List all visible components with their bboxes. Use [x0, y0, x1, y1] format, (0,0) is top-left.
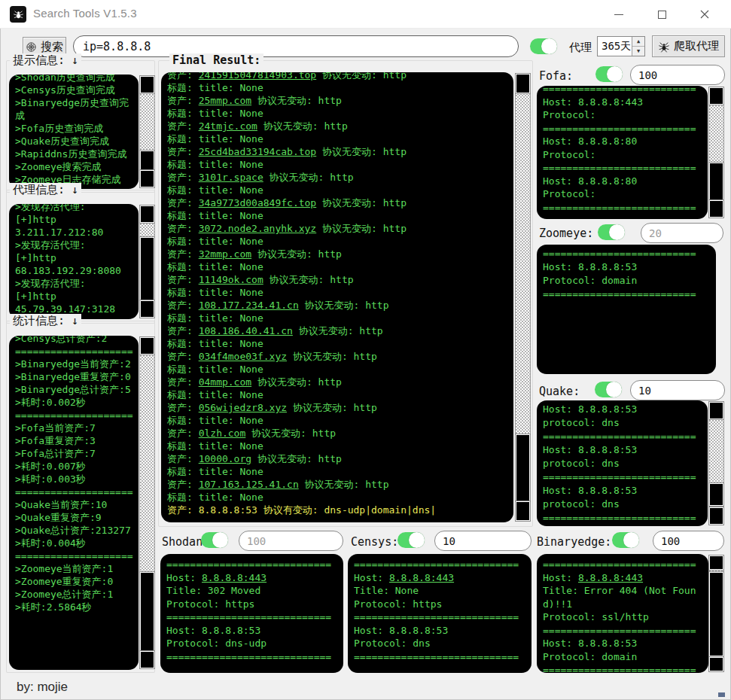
shodan-toggle[interactable] [201, 532, 228, 548]
terminal-line: Protocol: https [166, 598, 342, 611]
scroll-down-icon[interactable] [709, 507, 723, 525]
proxy-toggle[interactable] [530, 38, 557, 54]
scroll-down-icon[interactable] [516, 501, 530, 521]
scroll-thumb[interactable] [140, 572, 154, 653]
asset-link[interactable]: 034f4moe03f.xyz [199, 351, 287, 362]
terminal-text: 标题: title: None [167, 210, 263, 221]
fofa-count-input[interactable] [630, 65, 725, 85]
final-result-scrollbar[interactable] [515, 73, 531, 522]
asset-link[interactable]: 32mmp.com [199, 248, 251, 260]
asset-link[interactable]: 25cd4bad33194cab.top [199, 146, 317, 157]
censys-terminal[interactable]: ============================Host: 8.8.8.… [348, 554, 531, 673]
scroll-thumb[interactable] [516, 434, 530, 501]
censys-toggle[interactable] [397, 532, 425, 548]
stats-terminal[interactable]: >Censys总计资产:2====================>Binary… [9, 336, 139, 670]
binaryedge-count-input[interactable] [653, 531, 724, 551]
asset-link[interactable]: 8.8.8.8:443 [578, 572, 643, 583]
scroll-thumb[interactable] [709, 483, 723, 506]
fofa-toggle[interactable] [595, 66, 623, 82]
terminal-line: Host: 8.8.8.8:443 [354, 571, 530, 585]
scroll-down-icon[interactable] [140, 651, 154, 668]
terminal-line: Title: None [354, 584, 530, 598]
scroll-up-icon[interactable] [140, 76, 154, 93]
close-button[interactable] [686, 0, 723, 29]
scroll-up-icon[interactable] [709, 555, 723, 570]
asset-link[interactable]: 0lzh.com [199, 428, 246, 439]
asset-link[interactable]: 3101r.space [199, 172, 263, 183]
asset-link[interactable]: 2415915047814903.top [199, 72, 317, 81]
final-result-terminal[interactable]: 资产: 2415915047814903.top 协议无变动: http标题: … [161, 72, 513, 522]
asset-link[interactable]: 25mmp.com [199, 95, 251, 106]
scroll-up-icon[interactable] [140, 337, 154, 355]
minimize-icon [614, 14, 623, 15]
quake-count-input[interactable] [630, 380, 725, 400]
proxy-scrollbar[interactable] [139, 205, 155, 318]
asset-link[interactable]: 107.163.125.41.cn [199, 479, 299, 490]
proxy-days-spinner[interactable]: 365天 ▲ ▼ [597, 36, 645, 56]
asset-link[interactable]: 8.8.8.8:443 [202, 572, 267, 583]
terminal-line: Host: 8.8.8.8:53 [543, 260, 714, 274]
asset-link[interactable]: 10000.org [199, 453, 251, 464]
terminal-text: >Binaryedge历史查询完成 [15, 97, 129, 121]
asset-link[interactable]: 04mmp.com [199, 376, 251, 388]
terminal-line: ==================== [15, 485, 137, 498]
scroll-up-icon[interactable] [140, 205, 154, 223]
terminal-line: ========================== [543, 122, 706, 135]
proxy-terminal[interactable]: >发现存活代理:[+]http3.211.17.212:80>发现存活代理:[+… [9, 204, 139, 319]
asset-link[interactable]: 056wijedzr8.xyz [199, 402, 287, 413]
spinner-up-icon[interactable]: ▲ [632, 37, 644, 47]
quake-scrollbar[interactable] [708, 401, 724, 525]
terminal-text: Host: 8.8.8.8:53 [543, 444, 637, 455]
terminal-line: Host: 8.8.8.8:80 [543, 135, 706, 148]
asset-link[interactable]: 11149ok.com [199, 274, 263, 285]
terminal-line: Protocol: domain [543, 274, 714, 288]
scroll-down-icon[interactable] [140, 170, 154, 187]
zoomeye-count-input[interactable] [641, 223, 723, 243]
scroll-thumb[interactable] [140, 237, 154, 306]
asset-link[interactable]: 8.8.8.8:443 [389, 572, 454, 583]
spinner-down-icon[interactable]: ▼ [632, 47, 644, 56]
binaryedge-toggle[interactable] [612, 532, 639, 548]
resize-grip[interactable] [718, 692, 725, 697]
binaryedge-scrollbar[interactable] [708, 555, 724, 672]
shodan-count-input[interactable] [239, 531, 343, 551]
hint-terminal[interactable]: >Shodan历史查询完成>Censys历史查询完成>Binaryedge历史查… [9, 75, 139, 189]
query-input[interactable] [73, 35, 519, 57]
minimize-button[interactable] [600, 0, 638, 29]
fofa-scrollbar[interactable] [708, 87, 724, 218]
asset-link[interactable]: 108.186.40.41.cn [199, 325, 293, 336]
terminal-text: 资产: [167, 172, 199, 183]
fofa-terminal[interactable]: ==========================Host: 8.8.8.8:… [537, 86, 708, 219]
asset-link[interactable]: 108.177.234.41.cn [199, 300, 299, 311]
terminal-line: 资产: 11149ok.com 协议无变动: http [167, 273, 512, 286]
proxy-days-value: 365天 [598, 37, 632, 56]
scroll-thumb[interactable] [709, 163, 723, 200]
scroll-up-icon[interactable] [709, 87, 723, 105]
zoomeye-toggle[interactable] [598, 224, 625, 240]
asset-link[interactable]: 34a9773d00a849fc.top [199, 197, 317, 208]
terminal-text: Protocol: dns [354, 638, 431, 649]
scroll-down-icon[interactable] [709, 657, 723, 671]
binaryedge-terminal[interactable]: ==========================Host: 8.8.8.8:… [537, 554, 708, 673]
maximize-button[interactable] [643, 0, 681, 29]
crawl-proxy-button[interactable]: 爬取代理 [652, 35, 725, 57]
asset-link[interactable]: 24tmjc.com [199, 120, 257, 132]
stats-scrollbar[interactable] [139, 336, 155, 669]
terminal-text: Host: 8.8.8.8:80 [543, 135, 637, 147]
quake-terminal[interactable]: Host: 8.8.8.8:53protocol: dns===========… [537, 400, 708, 526]
hint-group-title: 提示信息: ↓ [10, 53, 81, 68]
censys-count-input[interactable] [434, 531, 531, 551]
scroll-up-icon[interactable] [709, 402, 723, 419]
quake-toggle[interactable] [595, 382, 622, 397]
scroll-down-icon[interactable] [140, 300, 154, 318]
asset-link[interactable]: 3072.node2.anyhk.xyz [199, 223, 317, 234]
scroll-up-icon[interactable] [516, 74, 530, 93]
scroll-thumb[interactable] [709, 572, 723, 656]
shodan-terminal[interactable]: ============================Host: 8.8.8.… [160, 554, 343, 673]
binaryedge-label: Binaryedge: [537, 535, 611, 549]
scroll-down-icon[interactable] [709, 200, 723, 218]
terminal-line: >Zoomeye总计资产:1 [15, 588, 137, 601]
zoomeye-terminal[interactable]: ==========================Host: 8.8.8.8:… [537, 245, 716, 374]
hint-scrollbar[interactable] [139, 75, 155, 188]
terminal-text: 资产: 8.8.8.8:53 协议有变动: dns-udp|domain|dns… [167, 504, 436, 516]
